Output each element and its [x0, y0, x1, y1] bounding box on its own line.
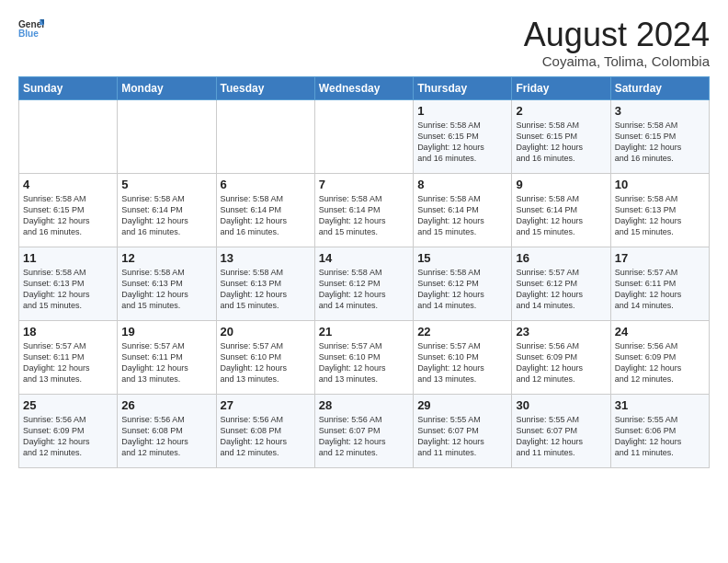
header-sunday: Sunday — [19, 76, 118, 99]
day-cell: 12Sunrise: 5:58 AM Sunset: 6:13 PM Dayli… — [118, 247, 216, 320]
day-number: 25 — [23, 398, 113, 412]
day-cell: 13Sunrise: 5:58 AM Sunset: 6:13 PM Dayli… — [216, 247, 314, 320]
day-detail: Sunrise: 5:56 AM Sunset: 6:09 PM Dayligh… — [615, 340, 705, 385]
day-cell: 29Sunrise: 5:55 AM Sunset: 6:07 PM Dayli… — [414, 394, 512, 467]
day-detail: Sunrise: 5:58 AM Sunset: 6:15 PM Dayligh… — [417, 120, 507, 165]
day-number: 6 — [221, 178, 311, 191]
day-detail: Sunrise: 5:58 AM Sunset: 6:14 PM Dayligh… — [221, 193, 311, 238]
day-number: 26 — [121, 398, 211, 412]
day-cell: 14Sunrise: 5:58 AM Sunset: 6:12 PM Dayli… — [314, 247, 413, 320]
title-block: August 2024 Coyaima, Tolima, Colombia — [524, 17, 710, 69]
week-row-4: 18Sunrise: 5:57 AM Sunset: 6:11 PM Dayli… — [19, 320, 710, 394]
day-detail: Sunrise: 5:55 AM Sunset: 6:07 PM Dayligh… — [417, 414, 507, 459]
day-cell: 21Sunrise: 5:57 AM Sunset: 6:10 PM Dayli… — [314, 320, 413, 394]
day-number: 3 — [615, 104, 705, 118]
day-detail: Sunrise: 5:58 AM Sunset: 6:14 PM Dayligh… — [516, 193, 606, 238]
day-cell: 23Sunrise: 5:56 AM Sunset: 6:09 PM Dayli… — [512, 320, 610, 394]
day-number: 11 — [23, 251, 113, 265]
day-cell — [216, 99, 314, 173]
svg-text:Blue: Blue — [18, 29, 39, 39]
day-detail: Sunrise: 5:58 AM Sunset: 6:13 PM Dayligh… — [615, 193, 705, 238]
header-saturday: Saturday — [610, 76, 709, 99]
day-number: 5 — [121, 178, 211, 191]
day-detail: Sunrise: 5:58 AM Sunset: 6:12 PM Dayligh… — [417, 267, 507, 312]
day-cell: 24Sunrise: 5:56 AM Sunset: 6:09 PM Dayli… — [610, 320, 709, 394]
header-row: General Blue August 2024 Coyaima, Tolima… — [18, 17, 710, 69]
day-number: 2 — [516, 104, 606, 118]
day-cell — [19, 99, 118, 173]
day-number: 17 — [615, 251, 705, 265]
day-detail: Sunrise: 5:57 AM Sunset: 6:11 PM Dayligh… — [615, 267, 705, 312]
header-monday: Monday — [118, 76, 216, 99]
day-number: 22 — [417, 325, 507, 339]
day-number: 31 — [615, 398, 705, 412]
day-detail: Sunrise: 5:57 AM Sunset: 6:11 PM Dayligh… — [121, 340, 211, 385]
week-row-1: 1Sunrise: 5:58 AM Sunset: 6:15 PM Daylig… — [19, 99, 710, 173]
day-cell — [118, 99, 216, 173]
day-number: 10 — [615, 178, 705, 191]
month-year-title: August 2024 — [524, 17, 710, 53]
day-detail: Sunrise: 5:56 AM Sunset: 6:09 PM Dayligh… — [23, 414, 113, 459]
day-detail: Sunrise: 5:58 AM Sunset: 6:15 PM Dayligh… — [615, 120, 705, 165]
day-cell: 28Sunrise: 5:56 AM Sunset: 6:07 PM Dayli… — [314, 394, 413, 467]
day-detail: Sunrise: 5:56 AM Sunset: 6:07 PM Dayligh… — [319, 414, 409, 459]
day-number: 18 — [23, 325, 113, 339]
day-detail: Sunrise: 5:56 AM Sunset: 6:08 PM Dayligh… — [121, 414, 211, 459]
day-number: 13 — [221, 251, 311, 265]
day-number: 24 — [615, 325, 705, 339]
calendar-table: Sunday Monday Tuesday Wednesday Thursday… — [18, 76, 710, 468]
day-cell: 7Sunrise: 5:58 AM Sunset: 6:14 PM Daylig… — [314, 173, 413, 247]
day-number: 12 — [121, 251, 211, 265]
day-detail: Sunrise: 5:58 AM Sunset: 6:13 PM Dayligh… — [23, 267, 113, 312]
day-number: 29 — [417, 398, 507, 412]
day-number: 16 — [516, 251, 606, 265]
day-number: 9 — [516, 178, 606, 191]
header-tuesday: Tuesday — [216, 76, 314, 99]
day-cell: 19Sunrise: 5:57 AM Sunset: 6:11 PM Dayli… — [118, 320, 216, 394]
day-detail: Sunrise: 5:57 AM Sunset: 6:11 PM Dayligh… — [23, 340, 113, 385]
day-detail: Sunrise: 5:57 AM Sunset: 6:10 PM Dayligh… — [417, 340, 507, 385]
day-detail: Sunrise: 5:58 AM Sunset: 6:14 PM Dayligh… — [319, 193, 409, 238]
day-detail: Sunrise: 5:58 AM Sunset: 6:14 PM Dayligh… — [121, 193, 211, 238]
day-cell: 9Sunrise: 5:58 AM Sunset: 6:14 PM Daylig… — [512, 173, 610, 247]
day-detail: Sunrise: 5:55 AM Sunset: 6:07 PM Dayligh… — [516, 414, 606, 459]
day-number: 30 — [516, 398, 606, 412]
day-number: 21 — [319, 325, 409, 339]
day-cell: 25Sunrise: 5:56 AM Sunset: 6:09 PM Dayli… — [19, 394, 118, 467]
day-cell: 17Sunrise: 5:57 AM Sunset: 6:11 PM Dayli… — [610, 247, 709, 320]
day-cell: 2Sunrise: 5:58 AM Sunset: 6:15 PM Daylig… — [512, 99, 610, 173]
day-cell: 6Sunrise: 5:58 AM Sunset: 6:14 PM Daylig… — [216, 173, 314, 247]
logo-icon: General Blue — [18, 17, 44, 42]
day-cell — [314, 99, 413, 173]
day-detail: Sunrise: 5:57 AM Sunset: 6:12 PM Dayligh… — [516, 267, 606, 312]
day-cell: 27Sunrise: 5:56 AM Sunset: 6:08 PM Dayli… — [216, 394, 314, 467]
day-cell: 30Sunrise: 5:55 AM Sunset: 6:07 PM Dayli… — [512, 394, 610, 467]
day-number: 14 — [319, 251, 409, 265]
header-wednesday: Wednesday — [314, 76, 413, 99]
day-number: 20 — [221, 325, 311, 339]
day-detail: Sunrise: 5:56 AM Sunset: 6:09 PM Dayligh… — [516, 340, 606, 385]
header-thursday: Thursday — [414, 76, 512, 99]
day-number: 15 — [417, 251, 507, 265]
day-cell: 26Sunrise: 5:56 AM Sunset: 6:08 PM Dayli… — [118, 394, 216, 467]
day-number: 23 — [516, 325, 606, 339]
day-cell: 3Sunrise: 5:58 AM Sunset: 6:15 PM Daylig… — [610, 99, 709, 173]
day-number: 19 — [121, 325, 211, 339]
day-cell: 15Sunrise: 5:58 AM Sunset: 6:12 PM Dayli… — [414, 247, 512, 320]
day-detail: Sunrise: 5:57 AM Sunset: 6:10 PM Dayligh… — [221, 340, 311, 385]
week-row-2: 4Sunrise: 5:58 AM Sunset: 6:15 PM Daylig… — [19, 173, 710, 247]
day-number: 28 — [319, 398, 409, 412]
day-cell: 11Sunrise: 5:58 AM Sunset: 6:13 PM Dayli… — [19, 247, 118, 320]
day-detail: Sunrise: 5:58 AM Sunset: 6:13 PM Dayligh… — [221, 267, 311, 312]
day-detail: Sunrise: 5:55 AM Sunset: 6:06 PM Dayligh… — [615, 414, 705, 459]
header-friday: Friday — [512, 76, 610, 99]
day-number: 8 — [417, 178, 507, 191]
day-cell: 16Sunrise: 5:57 AM Sunset: 6:12 PM Dayli… — [512, 247, 610, 320]
page: General Blue August 2024 Coyaima, Tolima… — [0, 0, 728, 477]
day-number: 1 — [417, 104, 507, 118]
day-detail: Sunrise: 5:58 AM Sunset: 6:14 PM Dayligh… — [417, 193, 507, 238]
day-cell: 31Sunrise: 5:55 AM Sunset: 6:06 PM Dayli… — [610, 394, 709, 467]
logo: General Blue — [18, 17, 44, 42]
day-detail: Sunrise: 5:58 AM Sunset: 6:12 PM Dayligh… — [319, 267, 409, 312]
days-header-row: Sunday Monday Tuesday Wednesday Thursday… — [19, 76, 710, 99]
